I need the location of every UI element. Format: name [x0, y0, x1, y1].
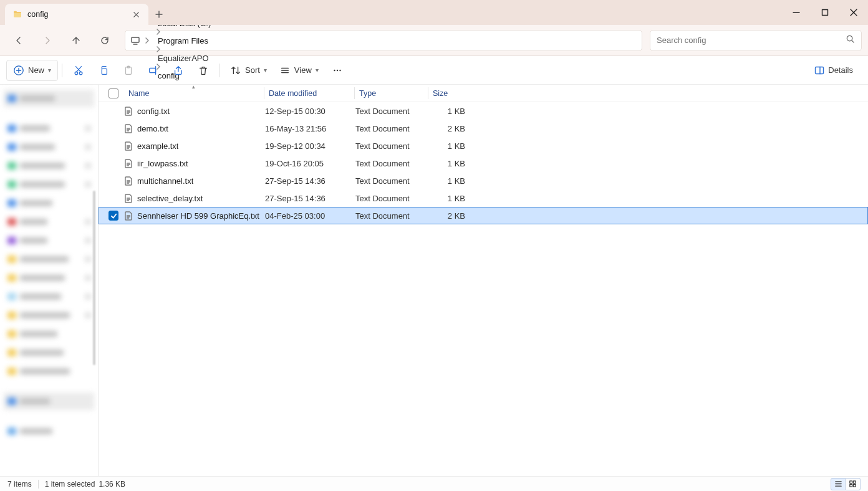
- paste-icon: [123, 65, 134, 76]
- window-controls: [782, 0, 868, 25]
- sidebar-item[interactable]: [4, 250, 94, 268]
- view-details-button[interactable]: [831, 478, 846, 490]
- file-row[interactable]: demo.txt16-May-13 21:56Text Document2 KB: [99, 120, 868, 137]
- sidebar-item[interactable]: [4, 344, 94, 361]
- refresh-button[interactable]: [92, 29, 117, 52]
- file-row[interactable]: Sennheiser HD 599 GraphicEq.txt04-Feb-25…: [99, 207, 868, 224]
- file-type: Text Document: [350, 107, 424, 116]
- select-all-checkbox[interactable]: [109, 88, 118, 98]
- status-selection-size: 1.36 KB: [99, 480, 125, 489]
- file-row[interactable]: config.txt12-Sep-15 00:30Text Document1 …: [99, 102, 868, 120]
- titlebar: config: [0, 0, 868, 25]
- navigation-sidebar[interactable]: [0, 85, 99, 476]
- close-window-button[interactable]: [839, 0, 868, 25]
- more-button[interactable]: [325, 60, 350, 81]
- status-item-count: 7 items: [7, 480, 32, 489]
- copy-button[interactable]: [91, 60, 116, 81]
- sidebar-item[interactable]: [4, 269, 94, 287]
- file-name: example.txt: [137, 141, 178, 151]
- sidebar-item[interactable]: [4, 138, 94, 156]
- file-name: Sennheiser HD 599 GraphicEq.txt: [137, 211, 259, 221]
- column-header-size[interactable]: Size: [428, 85, 475, 102]
- file-row[interactable]: iir_lowpass.txt19-Oct-16 20:05Text Docum…: [99, 155, 868, 172]
- grid-icon: [849, 480, 857, 488]
- details-pane-button[interactable]: Details: [806, 60, 862, 81]
- search-icon: [846, 34, 855, 46]
- up-button[interactable]: [64, 29, 89, 52]
- folder-icon: [12, 9, 22, 19]
- command-bar: New ▾ Sort ▾ View ▾ Details: [0, 56, 868, 85]
- copy-icon: [98, 65, 109, 76]
- sidebar-item[interactable]: [4, 194, 94, 212]
- breadcrumb-segment[interactable]: Program Files: [153, 34, 213, 48]
- file-size: 1 KB: [424, 107, 471, 116]
- column-header-type[interactable]: Type: [354, 85, 428, 102]
- file-name: selective_delay.txt: [137, 194, 203, 203]
- back-button[interactable]: [6, 29, 31, 52]
- sidebar-item[interactable]: [4, 363, 94, 380]
- sort-button[interactable]: Sort ▾: [224, 60, 273, 81]
- search-input[interactable]: [657, 36, 846, 45]
- column-header-name[interactable]: ▴ Name: [123, 85, 264, 102]
- sidebar-item[interactable]: [4, 232, 94, 249]
- files-pane: ▴ Name Date modified Type Size config.tx…: [99, 85, 868, 476]
- chevron-down-icon: ▾: [316, 67, 319, 74]
- file-type: Text Document: [350, 211, 424, 221]
- view-thumbnails-button[interactable]: [846, 478, 861, 490]
- sidebar-item[interactable]: [4, 422, 94, 440]
- view-button[interactable]: View ▾: [273, 60, 325, 81]
- paste-button[interactable]: [116, 60, 141, 81]
- cut-button[interactable]: [66, 60, 91, 81]
- arrow-right-icon: [42, 36, 52, 45]
- new-tab-button[interactable]: [148, 4, 170, 25]
- column-header-date[interactable]: Date modified: [264, 85, 354, 102]
- sidebar-item[interactable]: [4, 157, 94, 174]
- sidebar-item[interactable]: [4, 90, 94, 107]
- minimize-button[interactable]: [782, 0, 811, 25]
- sidebar-item[interactable]: [4, 393, 94, 410]
- file-size: 2 KB: [424, 211, 471, 221]
- column-headers: ▴ Name Date modified Type Size: [99, 85, 868, 102]
- share-button[interactable]: [166, 60, 191, 81]
- file-row[interactable]: example.txt19-Sep-12 00:34Text Document1…: [99, 137, 868, 155]
- file-list[interactable]: config.txt12-Sep-15 00:30Text Document1 …: [99, 102, 868, 476]
- rename-icon: [148, 65, 159, 76]
- svg-rect-9: [150, 68, 156, 72]
- search-box[interactable]: [650, 30, 862, 51]
- tab-config[interactable]: config: [5, 4, 148, 25]
- refresh-icon: [100, 36, 110, 45]
- arrow-up-icon: [71, 36, 81, 45]
- new-button[interactable]: New ▾: [6, 60, 58, 81]
- maximize-icon: [821, 9, 829, 16]
- file-row[interactable]: selective_delay.txt27-Sep-15 14:36Text D…: [99, 189, 868, 207]
- share-icon: [173, 65, 184, 76]
- row-checkbox[interactable]: [109, 211, 118, 221]
- text-document-icon: [123, 176, 133, 186]
- sidebar-item[interactable]: [4, 213, 94, 231]
- sidebar-item[interactable]: [4, 120, 94, 137]
- file-date: 19-Oct-16 20:05: [260, 159, 350, 168]
- new-label: New: [28, 65, 44, 75]
- sidebar-item[interactable]: [4, 325, 94, 343]
- pc-icon[interactable]: [129, 34, 142, 47]
- sidebar-item[interactable]: [4, 288, 94, 305]
- delete-button[interactable]: [191, 60, 216, 81]
- forward-button[interactable]: [35, 29, 60, 52]
- text-document-icon: [123, 106, 133, 116]
- breadcrumb[interactable]: This PCLocal Disk (C:)Program FilesEqual…: [125, 30, 642, 51]
- arrow-left-icon: [14, 36, 24, 45]
- rename-button[interactable]: [141, 60, 166, 81]
- details-label: Details: [828, 65, 853, 75]
- maximize-button[interactable]: [811, 0, 839, 25]
- tab-close-button[interactable]: [131, 9, 141, 19]
- trash-icon: [198, 65, 209, 76]
- separator: [62, 64, 62, 77]
- chevron-right-icon[interactable]: [142, 37, 153, 44]
- sidebar-item[interactable]: [4, 307, 94, 324]
- file-row[interactable]: multichannel.txt27-Sep-15 14:36Text Docu…: [99, 172, 868, 189]
- sort-ascending-icon: ▴: [192, 85, 195, 90]
- sidebar-item[interactable]: [4, 176, 94, 193]
- file-date: 19-Sep-12 00:34: [260, 141, 350, 151]
- file-date: 27-Sep-15 14:36: [260, 176, 350, 186]
- text-document-icon: [123, 158, 133, 168]
